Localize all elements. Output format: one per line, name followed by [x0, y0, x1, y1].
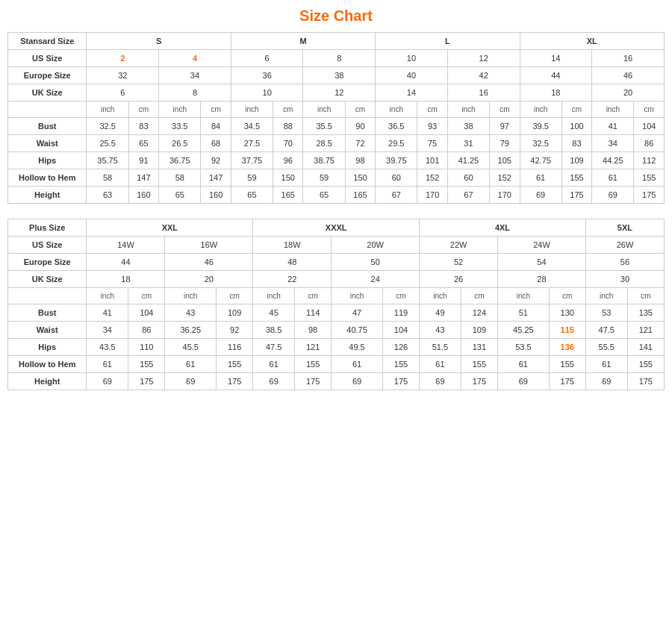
plus-cm-3: cm [295, 288, 332, 304]
us-20w: 20W [332, 237, 420, 254]
page-title: Size Chart [7, 7, 665, 25]
plus-height-row: Height 69 175 69 175 69 175 69 175 69 17… [8, 373, 665, 390]
bust-label: Bust [8, 118, 87, 135]
eu-46: 46 [592, 67, 665, 84]
plus-eu-56: 56 [585, 254, 664, 271]
plus-hips-row: Hips 43.5 110 45.5 116 47.5 121 49.5 126… [8, 339, 665, 356]
hollow-row: Hollow to Hem 58 147 58 147 59 150 59 15… [8, 169, 665, 187]
bust-1: 83 [128, 118, 158, 135]
uk-10: 10 [231, 84, 303, 101]
uk-20: 20 [592, 84, 665, 101]
plus-eu-44: 44 [87, 254, 165, 271]
plus-size-header-row: Plus Size XXL XXXL 4XL 5XL [8, 219, 665, 237]
us-16: 16 [592, 50, 665, 67]
bust-10: 38 [447, 118, 489, 135]
us-size-label: US Size [8, 50, 87, 67]
plus-cm-5: cm [461, 288, 497, 304]
5xl-header: 5XL [585, 219, 664, 237]
plus-uk-30: 30 [585, 271, 664, 288]
inch-6: inch [447, 101, 489, 118]
eu-32: 32 [87, 67, 159, 84]
plus-cm-6: cm [549, 288, 585, 304]
plus-uk-26: 26 [420, 271, 498, 288]
cm-3: cm [273, 101, 303, 118]
bust-8: 36.5 [376, 118, 417, 135]
plus-hollow-row: Hollow to Hem 61 155 61 155 61 155 61 15… [8, 356, 665, 373]
inch-5: inch [376, 101, 417, 118]
plus-hips-label: Hips [8, 339, 87, 356]
4xl-header: 4XL [420, 219, 586, 237]
bust-9: 93 [417, 118, 447, 135]
us-6: 6 [231, 50, 303, 67]
l-header: L [376, 33, 520, 50]
us-size-row: US Size 2 4 6 8 10 12 14 16 [8, 50, 665, 67]
uk-size-label: UK Size [8, 84, 87, 101]
plus-europe-size-label: Europe Size [8, 254, 87, 271]
hollow-label: Hollow to Hem [8, 169, 87, 187]
us-14w: 14W [87, 237, 165, 254]
cm-1: cm [128, 101, 158, 118]
us-4: 4 [159, 50, 231, 67]
xxl-header: XXL [87, 219, 253, 237]
cm-5: cm [417, 101, 447, 118]
plus-empty-cell [8, 288, 87, 304]
europe-size-label: Europe Size [8, 67, 87, 84]
plus-cm-2: cm [217, 288, 253, 304]
eu-38: 38 [303, 67, 376, 84]
uk-6: 6 [87, 84, 159, 101]
xxxl-header: XXXL [253, 219, 420, 237]
plus-table: Plus Size XXL XXXL 4XL 5XL US Size 14W 1… [7, 219, 665, 390]
standard-table: Stansard Size S M L XL US Size 2 4 6 8 1… [7, 32, 665, 204]
bust-7: 90 [345, 118, 375, 135]
bust-2: 33.5 [159, 118, 201, 135]
plus-uk-28: 28 [498, 271, 586, 288]
plus-cm-7: cm [627, 288, 664, 304]
eu-42: 42 [447, 67, 520, 84]
us-12: 12 [447, 50, 520, 67]
plus-eu-52: 52 [420, 254, 498, 271]
inch-2: inch [159, 101, 201, 118]
standard-size-header-row: Stansard Size S M L XL [8, 33, 665, 50]
m-header: M [231, 33, 375, 50]
waist-row: Waist 25.5 65 26.5 68 27.5 70 28.5 72 29… [8, 135, 665, 152]
bust-15: 104 [634, 118, 665, 135]
plus-eu-48: 48 [253, 254, 332, 271]
plus-inch-2: inch [165, 288, 217, 304]
height-row: Height 63 160 65 160 65 165 65 165 67 17… [8, 187, 665, 204]
plus-uk-size-row: UK Size 18 20 22 24 26 28 30 [8, 271, 665, 288]
inch-7: inch [520, 101, 561, 118]
eu-34: 34 [159, 67, 231, 84]
us-22w: 22W [420, 237, 498, 254]
inch-1: inch [87, 101, 128, 118]
cm-2: cm [201, 101, 231, 118]
uk-16: 16 [447, 84, 520, 101]
eu-40: 40 [376, 67, 448, 84]
uk-14: 14 [376, 84, 448, 101]
bust-3: 84 [201, 118, 231, 135]
plus-bust-label: Bust [8, 304, 87, 322]
us-18w: 18W [253, 237, 332, 254]
us-24w: 24W [498, 237, 586, 254]
plus-uk-20: 20 [165, 271, 253, 288]
plus-eu-54: 54 [498, 254, 586, 271]
plus-uk-22: 22 [253, 271, 332, 288]
bust-13: 100 [561, 118, 591, 135]
uk-size-row: UK Size 6 8 10 12 14 16 18 20 [8, 84, 665, 101]
plus-eu-50: 50 [332, 254, 420, 271]
plus-europe-size-row: Europe Size 44 46 48 50 52 54 56 [8, 254, 665, 271]
bust-4: 34.5 [231, 118, 273, 135]
waist-label: Waist [8, 135, 87, 152]
eu-44: 44 [520, 67, 592, 84]
plus-uk-size-label: UK Size [8, 271, 87, 288]
bust-6: 35.5 [303, 118, 345, 135]
plus-size-label: Plus Size [8, 219, 87, 237]
inch-4: inch [303, 101, 345, 118]
standard-size-label: Stansard Size [8, 33, 87, 50]
cm-8: cm [634, 101, 665, 118]
bust-14: 41 [592, 118, 634, 135]
s-header: S [87, 33, 231, 50]
us-26w: 26W [585, 237, 664, 254]
plus-waist-label: Waist [8, 322, 87, 339]
uk-18: 18 [520, 84, 592, 101]
plus-size-chart: Plus Size XXL XXXL 4XL 5XL US Size 14W 1… [7, 219, 665, 390]
